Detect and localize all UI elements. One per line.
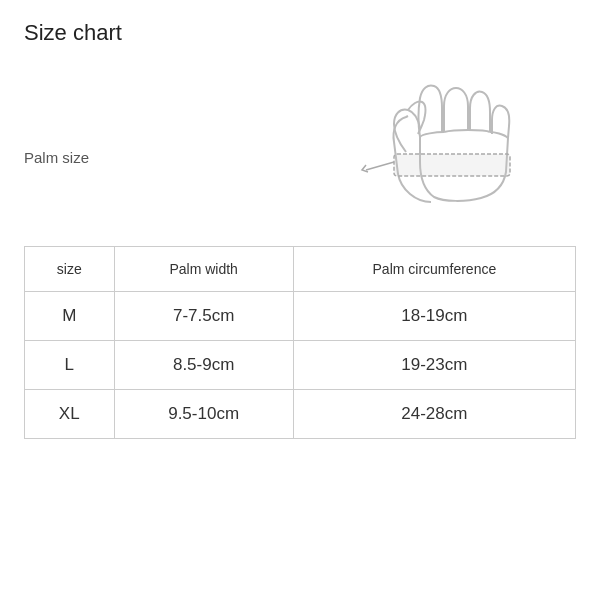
page-container: Size chart Palm size — [0, 0, 600, 600]
cell-size: XL — [25, 390, 115, 439]
svg-line-1 — [366, 162, 394, 170]
col-header-size: size — [25, 247, 115, 292]
svg-rect-0 — [394, 154, 510, 176]
table-row: L8.5-9cm19-23cm — [25, 341, 576, 390]
cell-circumference: 19-23cm — [293, 341, 575, 390]
cell-circumference: 24-28cm — [293, 390, 575, 439]
size-table: size Palm width Palm circumference M7-7.… — [24, 246, 576, 439]
cell-width: 9.5-10cm — [114, 390, 293, 439]
cell-width: 7-7.5cm — [114, 292, 293, 341]
col-header-width: Palm width — [114, 247, 293, 292]
palm-size-label: Palm size — [24, 149, 89, 166]
cell-size: L — [25, 341, 115, 390]
cell-width: 8.5-9cm — [114, 341, 293, 390]
glove-illustration — [356, 62, 556, 226]
illustration-area: Palm size — [24, 62, 576, 222]
col-header-circumference: Palm circumference — [293, 247, 575, 292]
table-row: XL9.5-10cm24-28cm — [25, 390, 576, 439]
table-row: M7-7.5cm18-19cm — [25, 292, 576, 341]
cell-size: M — [25, 292, 115, 341]
table-header-row: size Palm width Palm circumference — [25, 247, 576, 292]
page-title: Size chart — [24, 20, 576, 46]
cell-circumference: 18-19cm — [293, 292, 575, 341]
table-body: M7-7.5cm18-19cmL8.5-9cm19-23cmXL9.5-10cm… — [25, 292, 576, 439]
